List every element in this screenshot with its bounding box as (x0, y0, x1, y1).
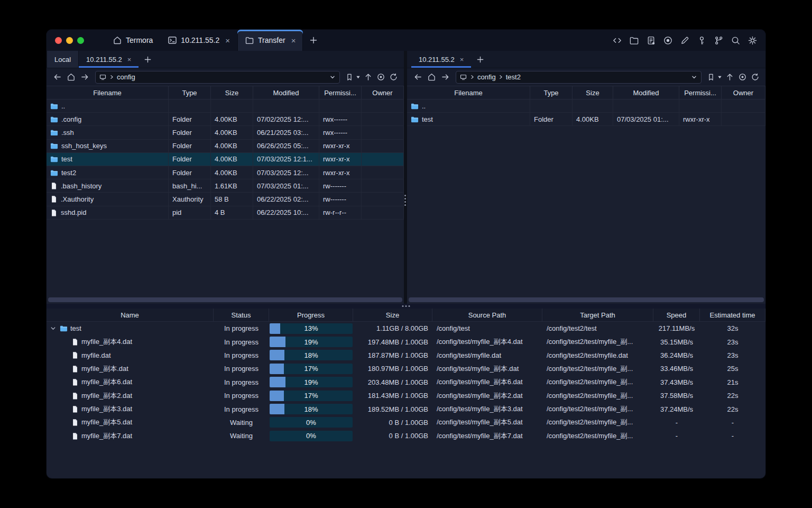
file-row[interactable]: .bash_historybash_hi...1.61KB07/03/2025 … (47, 179, 404, 193)
transfer-name: myfile_副本6.dat (81, 377, 132, 387)
show-hidden-icon[interactable] (736, 71, 749, 84)
column-header[interactable]: Modified (253, 86, 319, 99)
record-icon[interactable] (661, 33, 675, 47)
path-field[interactable]: config test2 (456, 71, 702, 84)
column-header[interactable]: Source Path (432, 309, 542, 321)
new-window-tab-button[interactable] (303, 30, 324, 51)
chevron-down-icon[interactable] (690, 74, 698, 81)
column-header[interactable]: Name (47, 309, 214, 321)
transfer-row[interactable]: testIn progress13%1.11GB / 8.00GB/config… (47, 322, 765, 335)
upload-icon[interactable] (723, 71, 736, 84)
transfer-row[interactable]: myfile.datIn progress18%187.87MB / 1.00G… (47, 349, 765, 362)
transfer-size: 181.43MB / 1.00GB (368, 392, 428, 400)
folder-icon (50, 169, 58, 177)
close-tab-icon[interactable]: × (127, 56, 132, 63)
gear-icon[interactable] (745, 33, 759, 47)
file-type: Folder (172, 155, 192, 163)
tab-termora[interactable]: Termora (105, 30, 160, 51)
refresh-icon[interactable] (387, 71, 400, 84)
transfer-status: In progress (224, 338, 259, 346)
key-icon[interactable] (695, 33, 708, 47)
transfer-row[interactable]: myfile_副本7.datWaiting0%0 B / 1.00GB/conf… (47, 429, 765, 442)
transfer-row[interactable]: myfile_副本6.datIn progress19%203.48MB / 1… (47, 376, 765, 389)
close-tab-icon[interactable]: × (225, 37, 230, 44)
path-field[interactable]: config (95, 71, 340, 84)
home-icon[interactable] (64, 71, 77, 84)
bookmark-icon[interactable] (344, 71, 355, 84)
close-tab-icon[interactable]: × (460, 56, 464, 63)
close-window-button[interactable] (55, 37, 62, 44)
file-row[interactable]: .. (47, 99, 404, 113)
close-tab-icon[interactable]: × (291, 37, 296, 44)
log-icon[interactable] (644, 33, 658, 47)
forward-icon[interactable] (78, 71, 91, 84)
new-pane-tab-button[interactable] (139, 51, 157, 68)
file-row[interactable]: ssh_host_keysFolder4.00KB06/26/2025 05:.… (47, 140, 404, 153)
transfer-row[interactable]: myfile_副本.datIn progress17%180.97MB / 1.… (47, 362, 765, 375)
pane-tab-session[interactable]: 10.211.55.2 × (79, 51, 139, 68)
right-hscrollbar[interactable] (407, 296, 765, 304)
column-header[interactable]: Filename (47, 86, 169, 99)
vertical-splitter[interactable] (404, 51, 407, 304)
column-header[interactable]: Type (530, 86, 573, 99)
chevron-down-icon[interactable] (49, 325, 57, 332)
upload-icon[interactable] (362, 71, 374, 84)
column-header[interactable]: Filename (407, 86, 530, 99)
bookmark-icon[interactable] (706, 71, 716, 84)
column-header[interactable]: Status (214, 309, 269, 321)
forward-icon[interactable] (439, 71, 451, 84)
progress-bar: 17% (270, 364, 353, 374)
path-segment[interactable]: config (117, 73, 135, 81)
transfer-row[interactable]: myfile_副本3.datIn progress18%189.52MB / 1… (47, 402, 765, 415)
column-header[interactable]: Target Path (542, 309, 653, 321)
zoom-window-button[interactable] (77, 37, 84, 44)
back-icon[interactable] (411, 71, 424, 84)
keymap-icon[interactable] (712, 33, 725, 47)
file-row[interactable]: .configFolder4.00KB07/02/2025 12:...rwx-… (47, 113, 404, 126)
file-row[interactable]: sshd.pidpid4 B06/22/2025 10:...rw-r--r-- (47, 206, 404, 220)
search-icon[interactable] (728, 33, 742, 47)
back-icon[interactable] (51, 71, 63, 84)
tab-ssh-session[interactable]: 10.211.55.2 × (160, 30, 237, 51)
transfer-row[interactable]: myfile_副本4.datIn progress19%197.48MB / 1… (47, 335, 765, 348)
horizontal-splitter[interactable] (47, 304, 765, 309)
column-header[interactable]: Type (169, 86, 211, 99)
file-row[interactable]: .XauthorityXauthority58 B06/22/2025 02:.… (47, 193, 404, 206)
code-icon[interactable] (610, 33, 624, 47)
file-row[interactable]: test2Folder4.00KB07/03/2025 12:...rwxr-x… (47, 166, 404, 179)
show-hidden-icon[interactable] (374, 71, 387, 84)
transfer-row[interactable]: myfile_副本2.datIn progress17%181.43MB / 1… (47, 389, 765, 402)
left-hscrollbar[interactable] (47, 296, 404, 304)
column-header[interactable]: Estimated time (700, 309, 765, 321)
file-row[interactable]: .. (407, 99, 765, 113)
file-row[interactable]: testFolder4.00KB07/03/2025 01:...rwxr-xr… (407, 113, 765, 126)
edit-icon[interactable] (678, 33, 691, 47)
home-icon[interactable] (425, 71, 438, 84)
file-row[interactable]: .sshFolder4.00KB06/21/2025 03:...rwx----… (47, 126, 404, 139)
column-header[interactable]: Owner (722, 86, 765, 99)
path-segment[interactable]: config (477, 73, 496, 81)
column-header[interactable]: Progress (269, 309, 353, 321)
chevron-down-icon[interactable] (329, 74, 336, 81)
column-header[interactable]: Size (353, 309, 432, 321)
pane-tab-local[interactable]: Local (47, 51, 79, 68)
column-header[interactable]: Speed (653, 309, 700, 321)
new-pane-tab-button[interactable] (471, 51, 490, 68)
pane-tab-session[interactable]: 10.211.55.2 × (411, 51, 471, 68)
column-header[interactable]: Size (211, 86, 253, 99)
bookmark-caret-icon[interactable] (716, 71, 723, 84)
minimize-window-button[interactable] (66, 37, 73, 44)
column-header[interactable]: Owner (362, 86, 404, 99)
transfer-row[interactable]: myfile_副本5.datWaiting0%0 B / 1.00GB/conf… (47, 416, 765, 429)
column-header[interactable]: Permissi... (319, 86, 362, 99)
column-header[interactable]: Size (573, 86, 613, 99)
column-header[interactable]: Modified (613, 86, 679, 99)
file-row[interactable]: testFolder4.00KB07/03/2025 12:1...rwxr-x… (47, 153, 404, 166)
file-size: 4 B (215, 208, 225, 216)
path-segment[interactable]: test2 (506, 73, 521, 81)
folder-icon[interactable] (627, 33, 641, 47)
refresh-icon[interactable] (749, 71, 761, 84)
column-header[interactable]: Permissi... (679, 86, 722, 99)
tab-transfer[interactable]: Transfer × (237, 30, 303, 51)
bookmark-caret-icon[interactable] (355, 71, 362, 84)
